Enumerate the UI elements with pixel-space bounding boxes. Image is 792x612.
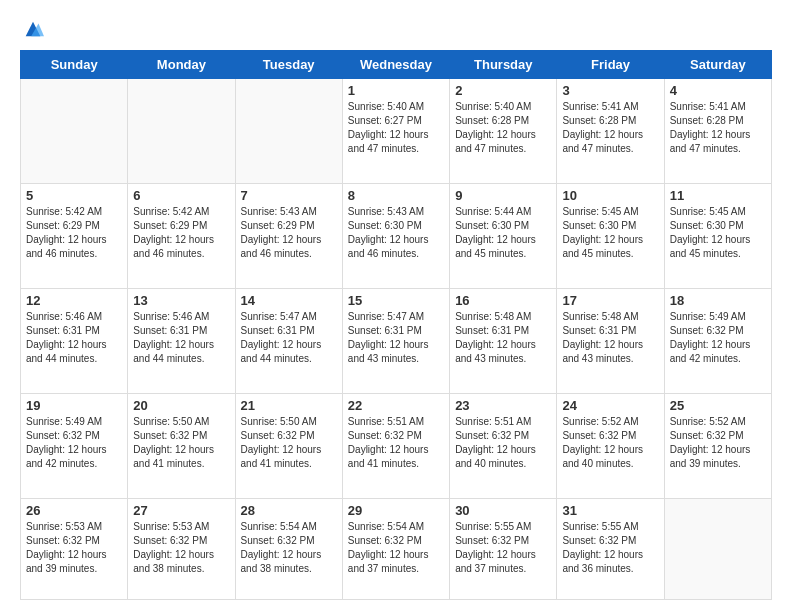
day-info: Sunrise: 5:41 AM Sunset: 6:28 PM Dayligh… [562, 101, 643, 154]
day-number: 3 [562, 83, 658, 98]
day-info: Sunrise: 5:45 AM Sunset: 6:30 PM Dayligh… [670, 206, 751, 259]
day-number: 31 [562, 503, 658, 518]
calendar-cell: 27Sunrise: 5:53 AM Sunset: 6:32 PM Dayli… [128, 498, 235, 599]
day-info: Sunrise: 5:49 AM Sunset: 6:32 PM Dayligh… [26, 416, 107, 469]
day-info: Sunrise: 5:53 AM Sunset: 6:32 PM Dayligh… [133, 521, 214, 574]
day-number: 21 [241, 398, 337, 413]
calendar-cell [235, 79, 342, 184]
logo [20, 18, 44, 40]
calendar-cell [21, 79, 128, 184]
day-number: 17 [562, 293, 658, 308]
page: SundayMondayTuesdayWednesdayThursdayFrid… [0, 0, 792, 612]
day-number: 13 [133, 293, 229, 308]
calendar-cell: 16Sunrise: 5:48 AM Sunset: 6:31 PM Dayli… [450, 288, 557, 393]
calendar-cell: 30Sunrise: 5:55 AM Sunset: 6:32 PM Dayli… [450, 498, 557, 599]
day-info: Sunrise: 5:41 AM Sunset: 6:28 PM Dayligh… [670, 101, 751, 154]
calendar-cell: 24Sunrise: 5:52 AM Sunset: 6:32 PM Dayli… [557, 393, 664, 498]
dow-header-wednesday: Wednesday [342, 51, 449, 79]
day-number: 27 [133, 503, 229, 518]
day-info: Sunrise: 5:42 AM Sunset: 6:29 PM Dayligh… [26, 206, 107, 259]
dow-header-monday: Monday [128, 51, 235, 79]
calendar-cell: 15Sunrise: 5:47 AM Sunset: 6:31 PM Dayli… [342, 288, 449, 393]
day-number: 23 [455, 398, 551, 413]
calendar-cell [664, 498, 771, 599]
day-info: Sunrise: 5:40 AM Sunset: 6:28 PM Dayligh… [455, 101, 536, 154]
day-number: 2 [455, 83, 551, 98]
calendar-cell: 6Sunrise: 5:42 AM Sunset: 6:29 PM Daylig… [128, 183, 235, 288]
day-info: Sunrise: 5:52 AM Sunset: 6:32 PM Dayligh… [562, 416, 643, 469]
day-number: 18 [670, 293, 766, 308]
day-number: 28 [241, 503, 337, 518]
day-number: 4 [670, 83, 766, 98]
dow-header-thursday: Thursday [450, 51, 557, 79]
day-number: 22 [348, 398, 444, 413]
day-info: Sunrise: 5:55 AM Sunset: 6:32 PM Dayligh… [562, 521, 643, 574]
day-number: 14 [241, 293, 337, 308]
calendar-cell: 4Sunrise: 5:41 AM Sunset: 6:28 PM Daylig… [664, 79, 771, 184]
calendar-cell: 10Sunrise: 5:45 AM Sunset: 6:30 PM Dayli… [557, 183, 664, 288]
day-info: Sunrise: 5:50 AM Sunset: 6:32 PM Dayligh… [241, 416, 322, 469]
calendar-cell: 20Sunrise: 5:50 AM Sunset: 6:32 PM Dayli… [128, 393, 235, 498]
week-row-5: 26Sunrise: 5:53 AM Sunset: 6:32 PM Dayli… [21, 498, 772, 599]
day-info: Sunrise: 5:52 AM Sunset: 6:32 PM Dayligh… [670, 416, 751, 469]
day-info: Sunrise: 5:48 AM Sunset: 6:31 PM Dayligh… [562, 311, 643, 364]
day-number: 10 [562, 188, 658, 203]
day-info: Sunrise: 5:53 AM Sunset: 6:32 PM Dayligh… [26, 521, 107, 574]
calendar-cell [128, 79, 235, 184]
day-number: 5 [26, 188, 122, 203]
day-number: 6 [133, 188, 229, 203]
day-info: Sunrise: 5:45 AM Sunset: 6:30 PM Dayligh… [562, 206, 643, 259]
day-info: Sunrise: 5:55 AM Sunset: 6:32 PM Dayligh… [455, 521, 536, 574]
calendar-cell: 23Sunrise: 5:51 AM Sunset: 6:32 PM Dayli… [450, 393, 557, 498]
week-row-1: 1Sunrise: 5:40 AM Sunset: 6:27 PM Daylig… [21, 79, 772, 184]
calendar-cell: 29Sunrise: 5:54 AM Sunset: 6:32 PM Dayli… [342, 498, 449, 599]
day-number: 19 [26, 398, 122, 413]
day-number: 26 [26, 503, 122, 518]
day-info: Sunrise: 5:47 AM Sunset: 6:31 PM Dayligh… [241, 311, 322, 364]
calendar-cell: 18Sunrise: 5:49 AM Sunset: 6:32 PM Dayli… [664, 288, 771, 393]
calendar-cell: 7Sunrise: 5:43 AM Sunset: 6:29 PM Daylig… [235, 183, 342, 288]
day-number: 24 [562, 398, 658, 413]
logo-icon [22, 18, 44, 40]
day-number: 11 [670, 188, 766, 203]
day-info: Sunrise: 5:54 AM Sunset: 6:32 PM Dayligh… [348, 521, 429, 574]
calendar-cell: 19Sunrise: 5:49 AM Sunset: 6:32 PM Dayli… [21, 393, 128, 498]
calendar-cell: 2Sunrise: 5:40 AM Sunset: 6:28 PM Daylig… [450, 79, 557, 184]
calendar-cell: 14Sunrise: 5:47 AM Sunset: 6:31 PM Dayli… [235, 288, 342, 393]
dow-header-tuesday: Tuesday [235, 51, 342, 79]
day-number: 8 [348, 188, 444, 203]
calendar-cell: 5Sunrise: 5:42 AM Sunset: 6:29 PM Daylig… [21, 183, 128, 288]
day-info: Sunrise: 5:44 AM Sunset: 6:30 PM Dayligh… [455, 206, 536, 259]
calendar-cell: 3Sunrise: 5:41 AM Sunset: 6:28 PM Daylig… [557, 79, 664, 184]
day-number: 30 [455, 503, 551, 518]
day-info: Sunrise: 5:42 AM Sunset: 6:29 PM Dayligh… [133, 206, 214, 259]
calendar-cell: 8Sunrise: 5:43 AM Sunset: 6:30 PM Daylig… [342, 183, 449, 288]
calendar-table: SundayMondayTuesdayWednesdayThursdayFrid… [20, 50, 772, 600]
day-number: 9 [455, 188, 551, 203]
day-info: Sunrise: 5:46 AM Sunset: 6:31 PM Dayligh… [26, 311, 107, 364]
day-info: Sunrise: 5:51 AM Sunset: 6:32 PM Dayligh… [455, 416, 536, 469]
day-info: Sunrise: 5:54 AM Sunset: 6:32 PM Dayligh… [241, 521, 322, 574]
calendar-cell: 1Sunrise: 5:40 AM Sunset: 6:27 PM Daylig… [342, 79, 449, 184]
day-info: Sunrise: 5:48 AM Sunset: 6:31 PM Dayligh… [455, 311, 536, 364]
dow-header-sunday: Sunday [21, 51, 128, 79]
calendar-body: 1Sunrise: 5:40 AM Sunset: 6:27 PM Daylig… [21, 79, 772, 600]
day-number: 15 [348, 293, 444, 308]
calendar-cell: 11Sunrise: 5:45 AM Sunset: 6:30 PM Dayli… [664, 183, 771, 288]
day-info: Sunrise: 5:49 AM Sunset: 6:32 PM Dayligh… [670, 311, 751, 364]
dow-header-saturday: Saturday [664, 51, 771, 79]
day-info: Sunrise: 5:51 AM Sunset: 6:32 PM Dayligh… [348, 416, 429, 469]
day-number: 1 [348, 83, 444, 98]
calendar-cell: 9Sunrise: 5:44 AM Sunset: 6:30 PM Daylig… [450, 183, 557, 288]
week-row-2: 5Sunrise: 5:42 AM Sunset: 6:29 PM Daylig… [21, 183, 772, 288]
calendar-cell: 26Sunrise: 5:53 AM Sunset: 6:32 PM Dayli… [21, 498, 128, 599]
week-row-4: 19Sunrise: 5:49 AM Sunset: 6:32 PM Dayli… [21, 393, 772, 498]
day-number: 25 [670, 398, 766, 413]
day-info: Sunrise: 5:43 AM Sunset: 6:30 PM Dayligh… [348, 206, 429, 259]
day-number: 20 [133, 398, 229, 413]
day-number: 7 [241, 188, 337, 203]
dow-header-friday: Friday [557, 51, 664, 79]
calendar-cell: 12Sunrise: 5:46 AM Sunset: 6:31 PM Dayli… [21, 288, 128, 393]
calendar-cell: 17Sunrise: 5:48 AM Sunset: 6:31 PM Dayli… [557, 288, 664, 393]
calendar-cell: 25Sunrise: 5:52 AM Sunset: 6:32 PM Dayli… [664, 393, 771, 498]
